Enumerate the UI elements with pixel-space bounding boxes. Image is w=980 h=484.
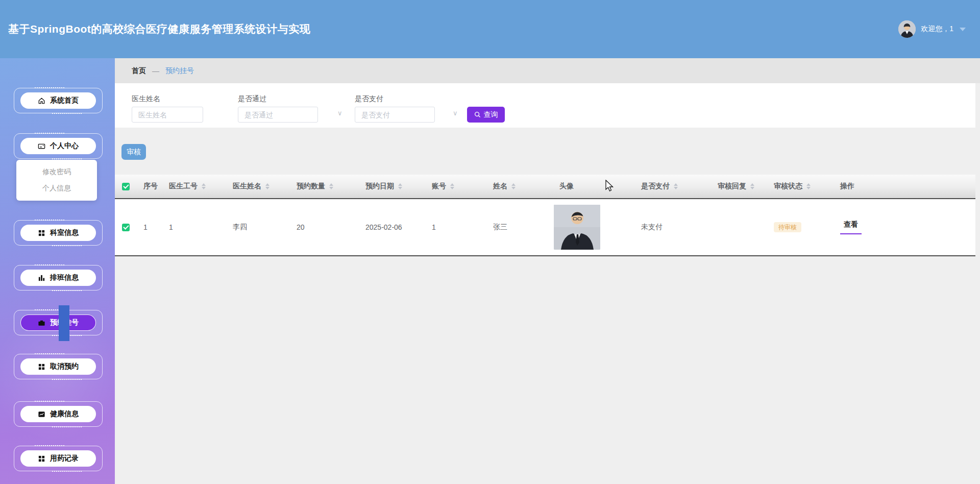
breadcrumb-current: 预约挂号 (165, 66, 194, 76)
view-button[interactable]: 查看 (840, 220, 862, 234)
frame-dots (52, 158, 82, 159)
column-header-doctor-name[interactable]: 医生姓名 (225, 182, 288, 191)
sidebar-item-label: 健康信息 (50, 409, 79, 419)
select-all-checkbox[interactable] (122, 183, 130, 190)
caret-down-icon[interactable] (960, 28, 966, 31)
bar-chart-icon (38, 274, 45, 282)
doctor-name-input[interactable] (132, 107, 203, 123)
user-avatar[interactable] (898, 20, 916, 38)
column-header-audit-status[interactable]: 审核状态 (766, 182, 827, 191)
frame-dots (35, 445, 64, 446)
cell-doctor-id: 1 (161, 223, 225, 231)
frame-dots (35, 264, 64, 265)
sidebar-item-label: 取消预约 (50, 362, 79, 371)
personal-center-submenu: 修改密码 个人信息 (16, 160, 97, 201)
paid-label: 是否支付 (355, 94, 383, 104)
sidebar-item-home[interactable]: 系统首页 (20, 92, 96, 109)
frame-dots (35, 133, 64, 134)
grid-icon (38, 455, 45, 463)
frame-dots (35, 353, 64, 354)
frame-dots (52, 113, 82, 114)
frame-dots (35, 401, 64, 402)
sidebar-scrollbar[interactable] (59, 305, 69, 341)
page-title: 基于SpringBoot的高校综合医疗健康服务管理系统设计与实现 (8, 22, 310, 36)
appointments-table: 序号 医生工号 医生姓名 预约数量 预约日期 账号 姓名 头像 是否支付 审核回… (115, 175, 975, 256)
grid-icon (38, 229, 45, 237)
sidebar-item-schedule-info[interactable]: 排班信息 (20, 270, 96, 286)
search-button-label: 查询 (484, 110, 498, 119)
frame-dots (35, 220, 64, 221)
sort-icon[interactable] (398, 183, 402, 189)
filter-bar: 医生姓名 是否通过 是否支付 ∨ ∨ 查询 (115, 83, 975, 128)
column-header-account[interactable]: 账号 (424, 182, 485, 191)
sidebar-subitem-personal-info[interactable]: 个人信息 (42, 184, 71, 193)
frame-dots (52, 290, 82, 291)
briefcase-icon (38, 319, 45, 327)
chevron-down-icon[interactable]: ∨ (337, 109, 342, 117)
sort-icon[interactable] (674, 183, 678, 189)
sidebar-item-appointment-registration[interactable]: 预约挂号 (20, 314, 96, 331)
sort-icon[interactable] (806, 183, 811, 189)
audit-button[interactable]: 审核 (121, 144, 146, 160)
frame-dots (52, 379, 82, 380)
chevron-down-icon[interactable]: ∨ (453, 109, 458, 117)
app-window: 基于SpringBoot的高校综合医疗健康服务管理系统设计与实现 欢迎您，1 (0, 0, 980, 484)
breadcrumb-home[interactable]: 首页 (132, 66, 146, 76)
welcome-label: 欢迎您，1 (921, 25, 953, 34)
top-header: 基于SpringBoot的高校综合医疗健康服务管理系统设计与实现 欢迎您，1 (0, 0, 980, 58)
avatar-photo-icon (898, 20, 916, 38)
column-header-audit-reply[interactable]: 审核回复 (709, 182, 766, 191)
status-badge: 待审核 (774, 222, 801, 232)
cell-name: 张三 (485, 223, 551, 232)
trend-icon (38, 410, 45, 418)
sidebar-subitem-change-password[interactable]: 修改密码 (42, 167, 71, 177)
sidebar-item-label: 用药记录 (50, 454, 79, 463)
breadcrumb-separator: — (152, 67, 159, 75)
doctor-name-label: 医生姓名 (132, 94, 160, 104)
cell-doctor-name: 李四 (225, 223, 288, 232)
frame-dots (35, 87, 64, 88)
sort-icon[interactable] (265, 183, 270, 189)
main-content: 首页 — 预约挂号 医生姓名 是否通过 是否支付 ∨ ∨ 查询 审核 序号 医生… (115, 58, 980, 484)
home-icon (38, 97, 45, 105)
sidebar-item-medication-records[interactable]: 用药记录 (20, 450, 96, 467)
sidebar-item-personal-center[interactable]: 个人中心 (20, 138, 96, 154)
breadcrumb: 首页 — 预约挂号 (115, 58, 980, 83)
cell-quantity: 20 (288, 223, 357, 231)
row-checkbox[interactable] (122, 224, 130, 231)
column-header-date[interactable]: 预约日期 (357, 182, 424, 191)
sidebar-item-label: 个人中心 (50, 141, 79, 151)
column-header-name[interactable]: 姓名 (485, 182, 551, 191)
frame-dots (52, 245, 82, 246)
approved-label: 是否通过 (238, 94, 266, 104)
column-header-avatar: 头像 (551, 182, 633, 191)
sidebar-item-cancel-appointment[interactable]: 取消预约 (20, 358, 96, 375)
sort-icon[interactable] (511, 183, 516, 189)
table-row: 1 1 李四 20 2025-02-06 1 张三 (115, 199, 975, 256)
sort-icon[interactable] (202, 183, 206, 189)
user-menu[interactable]: 欢迎您，1 (898, 20, 966, 38)
cell-account: 1 (424, 223, 485, 231)
sidebar-item-label: 科室信息 (50, 228, 79, 237)
sort-icon[interactable] (750, 183, 754, 189)
column-header-paid[interactable]: 是否支付 (633, 182, 709, 191)
cell-date: 2025-02-06 (357, 223, 424, 231)
cell-actions: 查看 (827, 220, 975, 234)
sidebar-item-department-info[interactable]: 科室信息 (20, 225, 96, 241)
paid-select[interactable] (355, 107, 435, 123)
table-header-row: 序号 医生工号 医生姓名 预约数量 预约日期 账号 姓名 头像 是否支付 审核回… (115, 175, 975, 199)
approved-select[interactable] (238, 107, 318, 123)
cell-audit-status: 待审核 (766, 222, 827, 232)
search-button[interactable]: 查询 (467, 107, 505, 123)
sidebar-item-health-info[interactable]: 健康信息 (20, 406, 96, 422)
grid-icon (38, 363, 45, 371)
column-header-index[interactable]: 序号 (135, 182, 161, 191)
sort-icon[interactable] (450, 183, 454, 189)
cell-paid: 未支付 (633, 223, 709, 232)
row-avatar-image[interactable] (554, 205, 600, 250)
cell-index: 1 (135, 223, 161, 231)
sidebar-item-label: 排班信息 (50, 273, 79, 282)
column-header-quantity[interactable]: 预约数量 (288, 182, 357, 191)
sort-icon[interactable] (329, 183, 333, 189)
column-header-doctor-id[interactable]: 医生工号 (161, 182, 225, 191)
